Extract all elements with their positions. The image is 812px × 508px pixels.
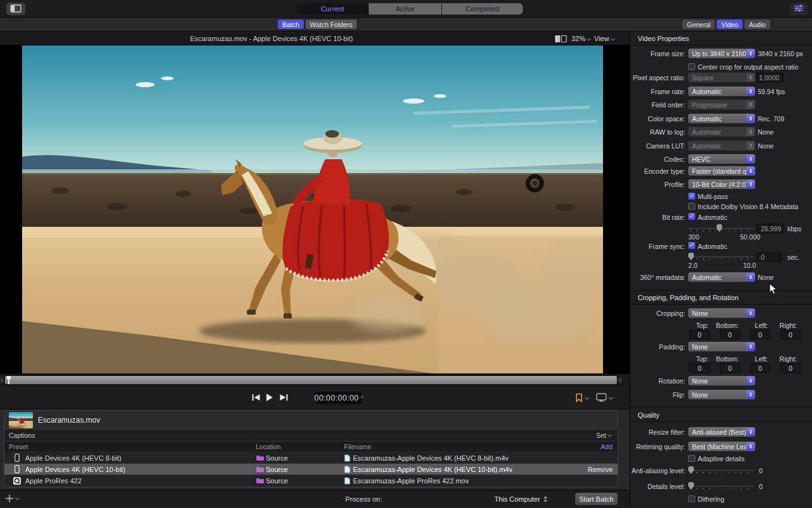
previous-frame-button[interactable] [250,393,261,403]
display-icon [596,393,607,403]
add-output-button[interactable] [5,494,19,504]
preset-row-1[interactable]: Apple Devices 4K (HEVC 8-bit) Source Esc… [4,452,618,464]
meta360-detail: None [758,274,773,281]
details-level-value: 0 [759,483,763,490]
segment-completed[interactable]: Completed [442,3,523,15]
frame-rate-popup[interactable]: Automatic [688,87,755,96]
anti-aliasing-level-label: Anti-aliasing level: [631,467,685,475]
video-frame [22,45,603,373]
padding-popup[interactable]: None [688,342,755,351]
bit-rate-auto-checkbox[interactable]: ✓ [688,213,695,220]
crop-right-field[interactable]: 0 [780,330,801,339]
in-point-marker[interactable] [1,377,4,384]
play-button[interactable] [264,393,275,403]
playhead[interactable] [6,376,12,384]
sidebar-toggle-button[interactable] [6,3,25,15]
dithering-checkbox[interactable] [688,495,695,502]
color-space-popup[interactable]: Automatic [688,114,755,123]
view-dropdown[interactable]: View [594,35,614,42]
column-location: Location [256,443,281,451]
batch-area: Escaramuzas.mov Captions Set Preset Loca… [0,409,630,490]
movie-file-icon [344,477,350,485]
frame-sync-slider[interactable] [688,252,754,261]
bit-rate-field[interactable]: 26,999 [756,224,784,233]
anti-aliasing-value: 0 [759,467,763,475]
camera-lut-popup[interactable]: Automatic [688,141,755,150]
next-frame-button[interactable] [278,393,289,403]
tab-audio[interactable]: Audio [744,20,770,29]
folder-icon [256,478,264,484]
dolby-vision-checkbox[interactable] [688,203,695,210]
cropping-popup[interactable]: None [688,308,755,318]
bit-rate-unit: kbps [787,225,801,233]
crop-left-field[interactable]: 0 [750,330,770,339]
captions-set-dropdown[interactable]: Set [596,432,611,439]
frame-sync-max: 10.0 [743,262,756,269]
timecode-display[interactable]: 00:00:00:00 [315,392,362,404]
remove-preset-button[interactable]: Remove [588,466,612,473]
process-target-dropdown[interactable]: This Computer [494,495,547,503]
batch-item-header[interactable]: Escaramuzas.mov [4,411,618,430]
anti-aliasing-slider[interactable] [688,466,754,475]
pad-bottom-field[interactable]: 0 [720,363,740,373]
profile-label: Profile: [664,181,685,188]
rotation-label: Rotation: [659,377,685,385]
mouse-pointer [769,283,778,297]
meta360-popup[interactable]: Automatic [688,272,755,282]
timeline-scrubber[interactable] [5,376,617,384]
profile-popup[interactable]: 10-Bit Color (4:2:0) [688,179,755,189]
crop-bottom-field[interactable]: 0 [720,330,740,339]
resize-filter-label: Resize filter: [648,428,685,436]
codec-popup[interactable]: HEVC [688,154,755,164]
filename-value: Escaramuzas-Apple Devices 4K (HEVC 8-bit… [353,454,508,462]
adaptive-details-checkbox[interactable] [688,455,695,462]
bit-rate-slider[interactable] [688,224,754,233]
tab-video[interactable]: Video [717,20,743,29]
crop-top-field[interactable]: 0 [690,330,710,339]
marker-dropdown[interactable] [575,393,588,404]
iphone-icon [15,454,20,462]
preset-name: Apple Devices 4K (HEVC 8-bit) [25,454,121,462]
captions-row: Captions Set [4,430,618,440]
start-batch-button[interactable]: Start Batch [575,493,618,505]
batch-item-thumbnail [9,412,33,428]
resize-filter-popup[interactable]: Anti-aliased (Best) [688,427,755,437]
rotation-popup[interactable]: None [688,376,755,385]
raw-to-log-popup[interactable]: Automatic [688,127,755,136]
tab-general[interactable]: General [683,20,715,29]
dithering-label: Dithering [698,495,724,503]
out-point-marker[interactable] [618,377,621,384]
pixel-aspect-popup[interactable]: Square [688,73,755,82]
preset-row-3[interactable]: Apple ProRes 422 Source Escaramuzas-Appl… [4,475,618,487]
split-view-button[interactable] [554,35,567,44]
camera-lut-label: Camera LUT: [646,142,685,150]
pad-left-field[interactable]: 0 [750,363,770,373]
section-quality: Quality [638,411,659,419]
preset-row-2-selected[interactable]: Apple Devices 4K (HEVC 10-bit) Source Es… [4,464,618,475]
pixel-aspect-field[interactable]: 1.0000 [756,73,784,82]
frame-size-popup[interactable]: Up to 3840 x 2160 [688,49,755,58]
tab-batch[interactable]: Batch [278,20,304,29]
inspector-toggle-button[interactable] [790,3,808,15]
padding-label: Padding: [659,343,685,351]
tab-watch-folders[interactable]: Watch Folders [306,20,357,29]
segment-active[interactable]: Active [369,3,442,15]
center-crop-checkbox[interactable] [688,63,695,70]
details-level-slider[interactable] [688,481,754,490]
encoder-type-popup[interactable]: Faster (standard qua… [688,166,755,176]
retiming-quality-popup[interactable]: Best (Machine Learni… [688,442,755,451]
segment-current[interactable]: Current [297,3,369,15]
multi-pass-checkbox[interactable]: ✓ [688,193,695,200]
flip-popup[interactable]: None [688,390,755,399]
add-preset-link[interactable]: Add [600,443,612,451]
bit-rate-auto-label: Automatic [698,214,727,221]
field-order-popup[interactable]: Progressive [688,100,755,109]
location-value: Source [266,477,288,485]
frame-sync-field[interactable]: .0 [756,252,782,262]
frame-sync-auto-checkbox[interactable]: ✓ [688,242,695,249]
pad-right-field[interactable]: 0 [780,363,801,373]
zoom-dropdown[interactable]: 32% [571,35,590,42]
display-dropdown[interactable] [596,393,612,403]
pad-top-field[interactable]: 0 [690,363,710,373]
section-cropping: Cropping, Padding, and Rotation [638,294,739,301]
